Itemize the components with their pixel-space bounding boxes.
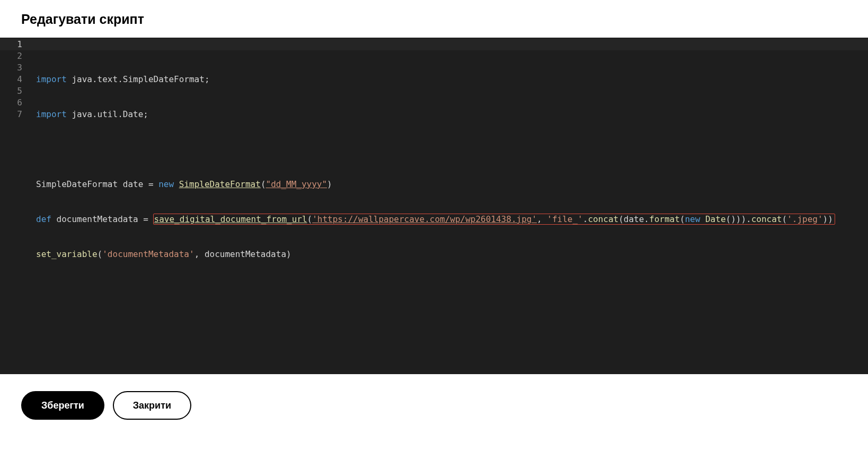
function-call: save_digital_document_from_url (154, 214, 307, 224)
operator: = (148, 179, 154, 189)
code-line: import java.text.SimpleDateFormat; (36, 74, 868, 85)
paren: ) (327, 179, 332, 189)
function-call: concat (751, 214, 782, 224)
line-number: 7 (0, 109, 22, 120)
paren: ( (680, 214, 685, 224)
code-text: date. (624, 214, 649, 224)
code-editor[interactable]: 1 2 3 4 5 6 7 import java.text.SimpleDat… (0, 38, 868, 374)
code-text: java.text.SimpleDateFormat; (67, 74, 210, 84)
code-text: SimpleDateFormat date (36, 179, 148, 189)
function-call: concat (588, 214, 618, 224)
function-call: set_variable (36, 249, 98, 259)
line-number: 5 (0, 85, 22, 97)
highlighted-annotation-box: save_digital_document_from_url('https://… (153, 214, 835, 225)
code-text (154, 179, 159, 189)
code-text: java.util.Date; (67, 109, 148, 119)
string-literal: 'file_' (547, 214, 582, 224)
keyword-import: import (36, 74, 67, 84)
line-number: 6 (0, 97, 22, 109)
code-line: import java.util.Date; (36, 109, 868, 120)
paren: ( (782, 214, 787, 224)
line-number: 2 (0, 50, 22, 62)
paren: ( (98, 249, 103, 259)
code-text: documentMetadata (51, 214, 143, 224)
line-number-gutter: 1 2 3 4 5 6 7 (0, 38, 32, 374)
keyword-new: new (685, 214, 700, 224)
operator: = (143, 214, 148, 224)
keyword-new: new (158, 179, 174, 189)
line-number: 3 (0, 62, 22, 74)
current-line-highlight (0, 39, 868, 50)
keyword-def: def (36, 214, 51, 224)
line-number: 4 (0, 74, 22, 85)
code-line: def documentMetadata = save_digital_docu… (36, 214, 868, 225)
string-literal: 'https://wallpapercave.com/wp/wp2601438.… (312, 214, 537, 224)
code-content[interactable]: import java.text.SimpleDateFormat; impor… (32, 38, 868, 374)
code-text (700, 214, 705, 224)
paren: )) (823, 214, 833, 224)
paren: ( (261, 179, 266, 189)
code-text: . (746, 214, 751, 224)
dialog-footer: Зберегти Закрити (0, 374, 868, 437)
code-text (174, 179, 179, 189)
code-text: . (583, 214, 588, 224)
line-number: 1 (0, 39, 22, 50)
paren: ())) (726, 214, 747, 224)
code-text: , (537, 214, 547, 224)
function-call: format (649, 214, 680, 224)
paren: ( (307, 214, 313, 224)
save-button[interactable]: Зберегти (21, 391, 104, 420)
code-line (36, 144, 868, 155)
string-literal: '.jpeg' (787, 214, 822, 224)
paren: ( (618, 214, 624, 224)
dialog-title: Редагувати скрипт (21, 12, 847, 27)
dialog-header: Редагувати скрипт (0, 0, 868, 38)
keyword-import: import (36, 109, 67, 119)
function-call: SimpleDateFormat (179, 179, 261, 189)
code-line (36, 284, 868, 295)
code-text: , documentMetadata (194, 249, 286, 259)
string-literal: 'documentMetadata' (102, 249, 194, 259)
close-button[interactable]: Закрити (113, 391, 191, 420)
function-call: Date (705, 214, 726, 224)
code-line: set_variable('documentMetadata', documen… (36, 249, 868, 260)
paren: ) (286, 249, 291, 259)
string-literal: "dd_MM_yyyy" (266, 179, 327, 189)
code-line: SimpleDateFormat date = new SimpleDateFo… (36, 179, 868, 190)
